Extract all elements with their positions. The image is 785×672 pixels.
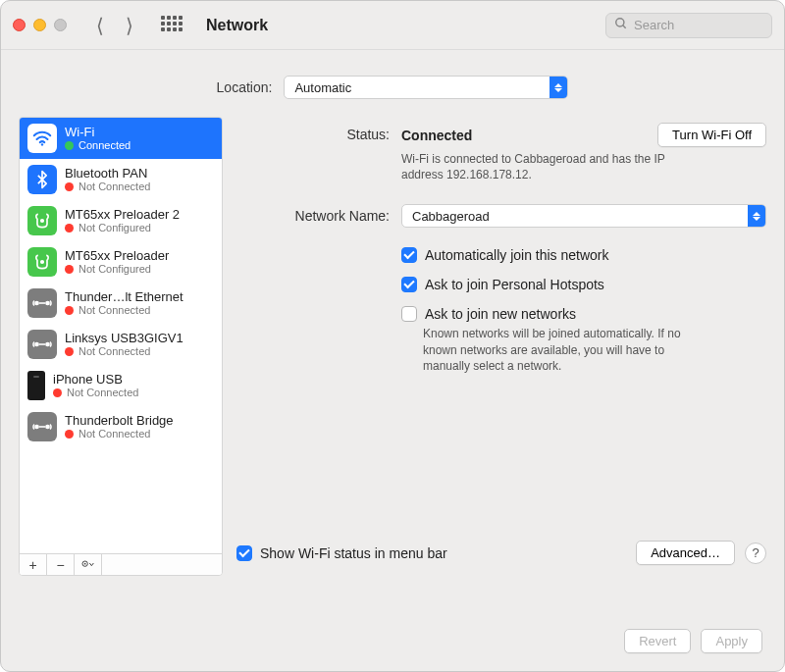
- service-item[interactable]: Wi-Fi Connected: [20, 118, 222, 159]
- add-service-button[interactable]: +: [20, 554, 47, 575]
- ask-hotspot-label: Ask to join Personal Hotspots: [425, 277, 604, 292]
- service-status: Not Connected: [65, 181, 150, 193]
- wifi-icon: [27, 124, 57, 153]
- services-sidebar: Wi-Fi Connected Bluetooth PAN Not Connec…: [19, 117, 223, 576]
- grey-icon: [27, 288, 57, 318]
- grey-icon: [27, 330, 57, 359]
- status-value: Connected: [401, 128, 472, 143]
- apply-button[interactable]: Apply: [701, 629, 762, 653]
- status-row: Status: Connected Turn Wi-Fi Off Wi-Fi i…: [236, 123, 766, 182]
- bottom-bar: Show Wi-Fi status in menu bar Advanced… …: [236, 541, 766, 565]
- show-status-checkbox[interactable]: Show Wi-Fi status in menu bar: [236, 545, 447, 561]
- svg-point-10: [35, 425, 38, 428]
- network-preferences-window: ⟨ ⟩ Network Location: Automatic: [0, 0, 785, 672]
- nav-arrows: ⟨ ⟩: [96, 16, 133, 35]
- svg-point-11: [46, 425, 49, 428]
- network-name-row: Network Name: Cabbageroad: [236, 204, 766, 228]
- checkbox-icon: [236, 545, 252, 561]
- remove-service-button[interactable]: −: [47, 554, 75, 575]
- status-dot-icon: [53, 388, 62, 397]
- sidebar-footer: + −: [20, 553, 222, 575]
- revert-button[interactable]: Revert: [624, 629, 691, 653]
- service-item[interactable]: iPhone USB Not Connected: [20, 365, 222, 406]
- network-name-label: Network Name:: [236, 204, 401, 224]
- location-label: Location:: [217, 79, 273, 95]
- zoom-button[interactable]: [54, 19, 67, 31]
- close-button[interactable]: [13, 19, 26, 31]
- green-icon: [27, 247, 57, 277]
- updown-caret-icon: [550, 77, 567, 98]
- bluetooth-icon: [27, 165, 57, 194]
- status-label: Status:: [236, 123, 401, 142]
- search-input[interactable]: [634, 18, 763, 32]
- service-item[interactable]: Thunderbolt Bridge Not Connected: [20, 406, 222, 447]
- service-name: MT65xx Preloader 2: [65, 207, 180, 223]
- details-pane: Status: Connected Turn Wi-Fi Off Wi-Fi i…: [236, 117, 766, 615]
- titlebar: ⟨ ⟩ Network: [1, 1, 784, 50]
- service-name: MT65xx Preloader: [65, 248, 169, 264]
- footer-buttons: Revert Apply: [1, 615, 784, 671]
- status-dot-icon: [65, 430, 74, 439]
- service-status: Not Connected: [65, 304, 183, 317]
- status-dot-icon: [65, 306, 74, 315]
- iphone-icon: [27, 371, 45, 400]
- service-status: Connected: [65, 139, 131, 152]
- service-name: Wi-Fi: [65, 125, 131, 140]
- show-all-icon[interactable]: [161, 16, 181, 35]
- location-row: Location: Automatic: [1, 50, 784, 117]
- svg-point-0: [616, 19, 624, 26]
- service-status: Not Connected: [53, 387, 138, 399]
- service-status: Not Connected: [65, 345, 183, 358]
- status-dot-icon: [65, 347, 74, 356]
- green-icon: [27, 206, 57, 235]
- footer-spacer: [102, 554, 222, 575]
- back-button[interactable]: ⟨: [96, 16, 104, 35]
- svg-line-1: [623, 26, 626, 28]
- forward-button[interactable]: ⟩: [126, 16, 133, 35]
- network-name-select[interactable]: Cabbageroad: [401, 204, 766, 228]
- service-actions-button[interactable]: [75, 554, 102, 575]
- service-item[interactable]: Bluetooth PAN Not Connected: [20, 159, 222, 200]
- toggle-wifi-button[interactable]: Turn Wi-Fi Off: [657, 123, 766, 147]
- service-item[interactable]: MT65xx Preloader 2 Not Configured: [20, 200, 222, 241]
- help-button[interactable]: ?: [745, 543, 766, 564]
- service-name: Thunderbolt Bridge: [65, 413, 174, 429]
- service-name: Linksys USB3GIGV1: [65, 331, 183, 346]
- svg-point-5: [35, 301, 38, 304]
- content: Location: Automatic Wi-Fi Connected Blue…: [1, 50, 784, 671]
- services-list: Wi-Fi Connected Bluetooth PAN Not Connec…: [20, 118, 222, 553]
- auto-join-checkbox[interactable]: Automatically join this network: [401, 247, 766, 263]
- location-select[interactable]: Automatic: [284, 76, 568, 99]
- service-status: Not Configured: [65, 263, 169, 276]
- status-dot-icon: [65, 265, 74, 274]
- service-item[interactable]: Thunder…lt Ethernet Not Connected: [20, 283, 222, 324]
- ask-new-checkbox[interactable]: Ask to join new networks: [401, 306, 766, 322]
- minimize-button[interactable]: [33, 19, 46, 31]
- service-status: Not Connected: [65, 428, 174, 440]
- service-name: Thunder…lt Ethernet: [65, 289, 183, 305]
- checkbox-icon: [401, 277, 417, 292]
- service-status: Not Configured: [65, 222, 180, 234]
- show-status-label: Show Wi-Fi status in menu bar: [260, 545, 447, 561]
- advanced-button[interactable]: Advanced…: [636, 541, 735, 565]
- status-description: Wi-Fi is connected to Cabbageroad and ha…: [401, 151, 696, 182]
- checkbox-icon: [401, 247, 417, 263]
- location-value: Automatic: [294, 80, 351, 95]
- service-item[interactable]: MT65xx Preloader Not Configured: [20, 241, 222, 283]
- svg-point-4: [40, 260, 44, 264]
- service-name: Bluetooth PAN: [65, 166, 150, 181]
- checkbox-icon: [401, 306, 417, 322]
- status-dot-icon: [65, 141, 74, 150]
- service-name: iPhone USB: [53, 372, 138, 388]
- ask-hotspot-checkbox[interactable]: Ask to join Personal Hotspots: [401, 277, 766, 292]
- ask-new-desc: Known networks will be joined automatica…: [423, 326, 707, 374]
- service-item[interactable]: Linksys USB3GIGV1 Not Connected: [20, 324, 222, 365]
- auto-join-label: Automatically join this network: [425, 247, 609, 263]
- status-dot-icon: [65, 224, 74, 233]
- status-dot-icon: [65, 182, 74, 191]
- svg-point-7: [35, 342, 38, 345]
- grey-icon: [27, 412, 57, 441]
- svg-rect-9: [33, 376, 39, 378]
- search-field[interactable]: [605, 13, 772, 38]
- updown-caret-icon: [748, 205, 765, 227]
